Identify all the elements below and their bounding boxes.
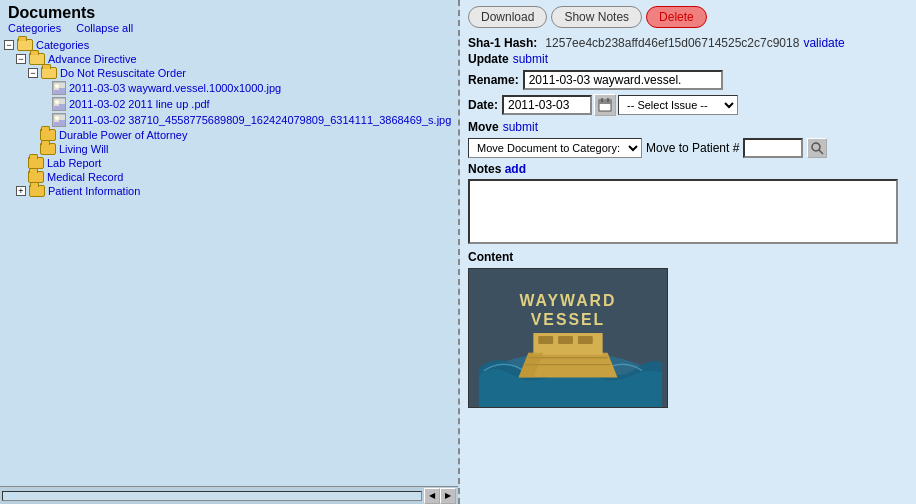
tree-item-img1[interactable]: 2011-03-03 wayward.vessel.1000x1000.jpg — [4, 80, 454, 96]
svg-rect-7 — [54, 122, 66, 127]
svg-line-14 — [819, 150, 823, 154]
notes-textarea[interactable] — [468, 179, 898, 244]
durable-link[interactable]: Durable Power of Attorney — [59, 129, 187, 141]
svg-rect-1 — [54, 90, 66, 95]
delete-button[interactable]: Delete — [646, 6, 707, 28]
svg-point-5 — [55, 100, 59, 104]
scroll-right-btn[interactable]: ▶ — [440, 488, 456, 504]
date-row: Date: -- Select Issue -- — [468, 94, 908, 116]
image-icon-3 — [52, 113, 66, 127]
tree-item-categories[interactable]: − Categories — [4, 38, 454, 52]
notes-label-text: Notes — [468, 162, 501, 176]
validate-link[interactable]: validate — [803, 36, 844, 50]
content-label: Content — [468, 250, 908, 264]
folder-icon-patient-info — [29, 185, 45, 197]
svg-rect-21 — [578, 336, 593, 344]
patient-number-input[interactable] — [743, 138, 803, 158]
patient-info-link[interactable]: Patient Information — [48, 185, 140, 197]
lab-report-link[interactable]: Lab Report — [47, 157, 101, 169]
rename-label: Rename: — [468, 73, 519, 87]
content-image: WAYWARD VESSEL — [468, 268, 668, 408]
tree-item-medical-record[interactable]: Medical Record — [4, 170, 454, 184]
header-separator — [67, 22, 70, 34]
notes-add-link[interactable]: add — [505, 162, 526, 176]
select-issue-dropdown[interactable]: -- Select Issue -- — [618, 95, 738, 115]
tree-item-advance-directive[interactable]: − Advance Directive — [4, 52, 454, 66]
medical-record-link[interactable]: Medical Record — [47, 171, 123, 183]
move-submit-link[interactable]: submit — [503, 120, 538, 134]
img3-link[interactable]: 2011-03-02 38710_4558775689809_162424079… — [69, 114, 451, 126]
img2-link[interactable]: 2011-03-02 2011 line up .pdf — [69, 98, 210, 110]
sha-label: Sha-1 Hash: — [468, 36, 537, 50]
right-panel: Download Show Notes Delete Sha-1 Hash: 1… — [460, 0, 916, 504]
notes-section: Notes add — [468, 162, 908, 244]
svg-text:VESSEL: VESSEL — [531, 311, 605, 328]
update-label: Update — [468, 52, 509, 66]
left-header: Documents Categories Collapse all — [0, 0, 458, 36]
update-row: Update submit — [468, 52, 908, 66]
img1-link[interactable]: 2011-03-03 wayward.vessel.1000x1000.jpg — [69, 82, 281, 94]
sha-value: 1257ee4cb238affd46ef15d06714525c2c7c9018 — [545, 36, 799, 50]
expand-dnr[interactable]: − — [28, 68, 38, 78]
categories-label: Categories — [8, 22, 61, 34]
content-section: Content — [468, 250, 908, 408]
hash-row: Sha-1 Hash: 1257ee4cb238affd46ef15d06714… — [468, 36, 908, 50]
living-will-link[interactable]: Living Will — [59, 143, 109, 155]
svg-point-2 — [55, 84, 59, 88]
move-label: Move — [468, 120, 499, 134]
tree-item-lab-report[interactable]: Lab Report — [4, 156, 454, 170]
date-input[interactable] — [502, 95, 592, 115]
action-buttons: Download Show Notes Delete — [468, 6, 908, 28]
patient-search-button[interactable] — [807, 138, 827, 158]
move-category-select[interactable]: Move Document to Category: — [468, 138, 642, 158]
folder-icon-living-will — [40, 143, 56, 155]
horizontal-scrollbar: ◀ ▶ — [0, 486, 458, 504]
tree-item-img3[interactable]: 2011-03-02 38710_4558775689809_162424079… — [4, 112, 454, 128]
left-panel: Documents Categories Collapse all − Cate… — [0, 0, 460, 504]
scroll-left-btn[interactable]: ◀ — [424, 488, 440, 504]
svg-rect-20 — [558, 336, 573, 344]
tree-item-durable[interactable]: Durable Power of Attorney — [4, 128, 454, 142]
date-label: Date: — [468, 98, 498, 112]
calendar-button[interactable] — [594, 94, 616, 116]
scrollbar-track[interactable] — [2, 491, 422, 501]
tree-area: − Categories − Advance Directive − Do No… — [0, 36, 458, 486]
expand-patient-info[interactable]: + — [16, 186, 26, 196]
image-icon-1 — [52, 81, 66, 95]
expand-categories[interactable]: − — [4, 40, 14, 50]
dnr-link[interactable]: Do Not Resuscitate Order — [60, 67, 186, 79]
svg-rect-10 — [599, 100, 611, 104]
collapse-all-link[interactable]: Collapse all — [76, 22, 133, 34]
advance-directive-link[interactable]: Advance Directive — [48, 53, 137, 65]
svg-point-13 — [812, 143, 820, 151]
categories-link[interactable]: Categories — [36, 39, 89, 51]
image-icon-2 — [52, 97, 66, 111]
expand-advance-directive[interactable]: − — [16, 54, 26, 64]
svg-text:WAYWARD: WAYWARD — [520, 292, 617, 309]
folder-icon-dnr — [41, 67, 57, 79]
download-button[interactable]: Download — [468, 6, 547, 28]
move-patient-label: Move to Patient # — [646, 141, 739, 155]
documents-title: Documents — [8, 4, 450, 22]
svg-point-8 — [55, 116, 59, 120]
move-row: Move Document to Category: Move to Patie… — [468, 138, 908, 158]
svg-rect-19 — [538, 336, 553, 344]
tree-item-living-will[interactable]: Living Will — [4, 142, 454, 156]
rename-row: Rename: — [468, 70, 908, 90]
tree-item-dnr[interactable]: − Do Not Resuscitate Order — [4, 66, 454, 80]
show-notes-button[interactable]: Show Notes — [551, 6, 642, 28]
tree-item-patient-info[interactable]: + Patient Information — [4, 184, 454, 198]
svg-rect-4 — [54, 106, 66, 111]
update-submit-link[interactable]: submit — [513, 52, 548, 66]
notes-label: Notes add — [468, 162, 908, 176]
move-label-row: Move submit — [468, 120, 908, 134]
tree-item-img2[interactable]: 2011-03-02 2011 line up .pdf — [4, 96, 454, 112]
rename-input[interactable] — [523, 70, 723, 90]
